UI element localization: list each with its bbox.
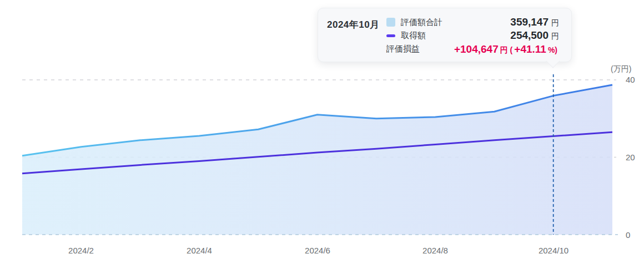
profit-amount: +104,647円 (+41.11%)	[454, 43, 559, 55]
total-value-label: 評価額合計	[401, 17, 442, 28]
y-tick-20: 20	[626, 153, 635, 162]
profit-percent: +41.11	[514, 43, 546, 55]
chart-tooltip: 2024年10月 評価額合計 359,147円 取得額 254,500円 評価損…	[318, 8, 572, 62]
profit-percent-close: %)	[548, 45, 557, 54]
y-tick-40: 40	[626, 75, 635, 84]
x-tick-2024-6: 2024/6	[305, 246, 330, 255]
legend-line-swatch-icon	[386, 34, 395, 37]
tooltip-row-total-value: 評価額合計 359,147円	[386, 16, 559, 29]
profit-label: 評価損益	[386, 44, 420, 54]
acquisition-cost-amount: 254,500円	[510, 29, 559, 42]
y-axis-unit-label: (万円)	[611, 64, 631, 73]
x-tick-2024-4: 2024/4	[187, 246, 212, 255]
portfolio-value-chart-panel: 2024/2 2024/4 2024/6 2024/8 2024/10 (万円)…	[0, 0, 644, 264]
tooltip-row-acquisition-cost: 取得額 254,500円	[386, 29, 559, 42]
tooltip-row-profit: 評価損益 +104,647円 (+41.11%)	[386, 43, 559, 56]
tooltip-date: 2024年10月	[327, 16, 386, 56]
total-value-area	[22, 85, 612, 235]
total-value-amount: 359,147円	[510, 16, 559, 28]
profit-number: +104,647	[454, 43, 499, 55]
tooltip-rows: 評価額合計 359,147円 取得額 254,500円 評価損益 +104,64…	[386, 16, 559, 56]
y-tick-0: 0	[626, 230, 630, 240]
x-tick-2024-8: 2024/8	[422, 246, 448, 255]
acquisition-cost-label: 取得額	[401, 31, 426, 41]
x-tick-2024-2: 2024/2	[68, 246, 94, 255]
legend-area-swatch-icon	[386, 18, 395, 27]
total-value-number: 359,147	[510, 16, 549, 28]
x-tick-2024-10: 2024/10	[539, 246, 568, 255]
acquisition-cost-unit: 円	[551, 32, 559, 40]
total-value-unit: 円	[551, 18, 559, 27]
profit-unit: 円 (	[500, 45, 513, 54]
acquisition-cost-number: 254,500	[510, 29, 549, 41]
